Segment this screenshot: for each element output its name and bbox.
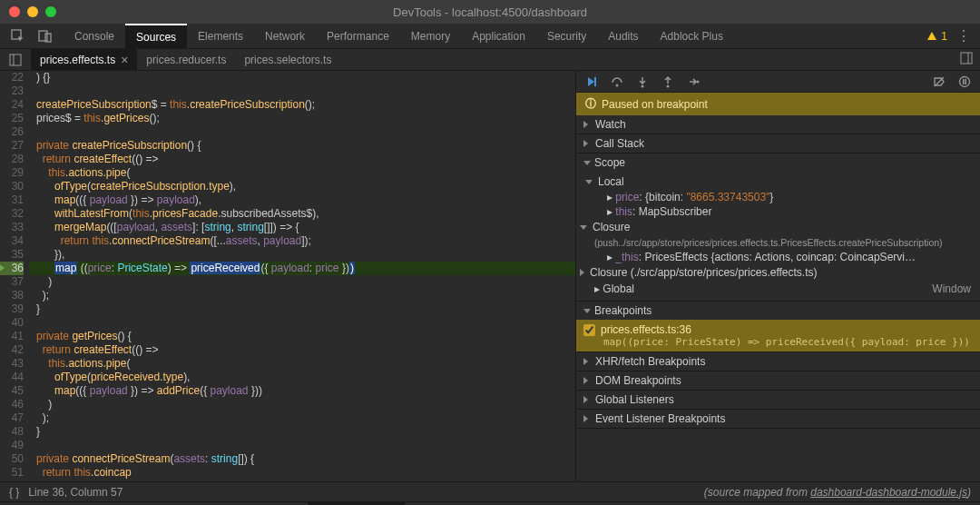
scope-var-_this[interactable]: ▸ _this: PricesEffects {actions: Actions…	[576, 250, 980, 264]
tab-network[interactable]: Network	[254, 24, 316, 48]
tab-application[interactable]: Application	[461, 24, 536, 48]
debugger-panel: ⓘPaused on breakpoint Watch Call Stack S…	[575, 71, 980, 481]
tab-adblock-plus[interactable]: Adblock Plus	[650, 24, 734, 48]
tab-elements[interactable]: Elements	[187, 24, 254, 48]
breakpoint-item[interactable]: prices.effects.ts:36 map((price: PriceSt…	[576, 320, 980, 352]
more-options-icon[interactable]: ⋮	[956, 27, 971, 45]
scope-closure-1[interactable]: Closure	[576, 219, 980, 235]
tab-console[interactable]: Console	[64, 24, 125, 48]
svg-rect-1	[39, 31, 47, 41]
dom-breakpoints-header[interactable]: DOM Breakpoints	[576, 371, 980, 390]
pause-on-exceptions-icon[interactable]	[958, 75, 971, 88]
status-bar: { } Line 36, Column 57 (source mapped fr…	[0, 481, 980, 501]
tab-memory[interactable]: Memory	[400, 24, 461, 48]
file-tab-prices-effects-ts[interactable]: prices.effects.ts×	[31, 49, 137, 70]
closure-detail: (push../src/app/store/prices/prices.effe…	[576, 235, 980, 250]
warnings-indicator[interactable]: 1	[926, 30, 947, 43]
svg-point-9	[642, 84, 644, 87]
resume-icon[interactable]	[585, 75, 598, 88]
window-title: DevTools - localhost:4500/dashboard	[393, 5, 587, 19]
tab-performance[interactable]: Performance	[316, 24, 400, 48]
watch-section-header[interactable]: Watch	[576, 115, 980, 134]
tab-sources[interactable]: Sources	[125, 24, 187, 48]
scope-var-this[interactable]: ▸ this: MapSubscriber	[576, 204, 980, 219]
scope-closure-2[interactable]: Closure (./src/app/store/prices/prices.e…	[576, 264, 980, 281]
step-out-icon[interactable]	[662, 75, 674, 88]
step-into-icon[interactable]	[636, 75, 649, 88]
deactivate-breakpoints-icon[interactable]	[933, 75, 946, 88]
svg-point-8	[616, 84, 619, 86]
source-map-link[interactable]: dashboard-dashboard-module.js	[810, 486, 967, 499]
event-listener-breakpoints-header[interactable]: Event Listener Breakpoints	[576, 410, 980, 428]
cursor-position: Line 36, Column 57	[28, 486, 122, 499]
scope-local[interactable]: Local	[576, 173, 980, 190]
svg-point-11	[697, 80, 700, 83]
file-tab-prices-reducer-ts[interactable]: prices.reducer.ts	[137, 49, 235, 70]
maximize-window-button[interactable]	[45, 6, 56, 17]
inspect-element-icon[interactable]	[11, 29, 25, 44]
svg-rect-5	[961, 53, 972, 64]
debugger-toolbar	[576, 71, 980, 93]
breakpoint-checkbox[interactable]	[583, 324, 595, 336]
window-titlebar: DevTools - localhost:4500/dashboard	[0, 0, 980, 24]
file-tabbar: prices.effects.ts×prices.reducer.tsprice…	[0, 49, 980, 71]
svg-rect-14	[963, 79, 965, 84]
global-listeners-header[interactable]: Global Listeners	[576, 391, 980, 409]
file-tab-prices-selectors-ts[interactable]: prices.selectors.ts	[235, 49, 340, 70]
scope-var-price[interactable]: ▸ price: {bitcoin: "8665.33743503"}	[576, 190, 980, 204]
step-over-icon[interactable]	[611, 75, 623, 88]
xhr-breakpoints-header[interactable]: XHR/fetch Breakpoints	[576, 352, 980, 371]
tab-security[interactable]: Security	[536, 24, 597, 48]
close-window-button[interactable]	[9, 6, 20, 17]
svg-point-13	[960, 76, 970, 86]
tab-audits[interactable]: Audits	[597, 24, 649, 48]
drawer-tabbar: ⋮ ConsoleWhat's NewRenderingChangesQuick…	[0, 501, 980, 505]
minimize-window-button[interactable]	[27, 6, 38, 17]
close-file-icon[interactable]: ×	[121, 53, 128, 67]
debugger-toggle-icon[interactable]	[960, 52, 973, 64]
step-icon[interactable]	[687, 75, 700, 88]
svg-point-10	[667, 84, 670, 87]
source-code[interactable]: ) {}createPriceSubscription$ = this.crea…	[29, 71, 575, 481]
source-editor: 2223242526272829303132333435363738394041…	[0, 71, 575, 481]
svg-rect-7	[594, 77, 596, 86]
traffic-lights	[9, 6, 56, 17]
navigator-toggle-icon[interactable]	[9, 54, 22, 66]
breakpoints-section-header[interactable]: Breakpoints	[576, 302, 980, 320]
svg-rect-3	[10, 54, 21, 65]
device-toolbar-icon[interactable]	[38, 29, 53, 44]
source-mapped-from: (source mapped from dashboard-dashboard-…	[704, 486, 971, 499]
paused-banner: ⓘPaused on breakpoint	[576, 93, 980, 115]
scope-section-header[interactable]: Scope	[576, 153, 980, 172]
line-gutter[interactable]: 2223242526272829303132333435363738394041…	[0, 71, 29, 481]
main-tabbar: ConsoleSourcesElementsNetworkPerformance…	[0, 24, 980, 49]
scope-global[interactable]: ▸ GlobalWindow	[576, 281, 980, 297]
callstack-section-header[interactable]: Call Stack	[576, 134, 980, 153]
svg-rect-15	[965, 79, 967, 84]
